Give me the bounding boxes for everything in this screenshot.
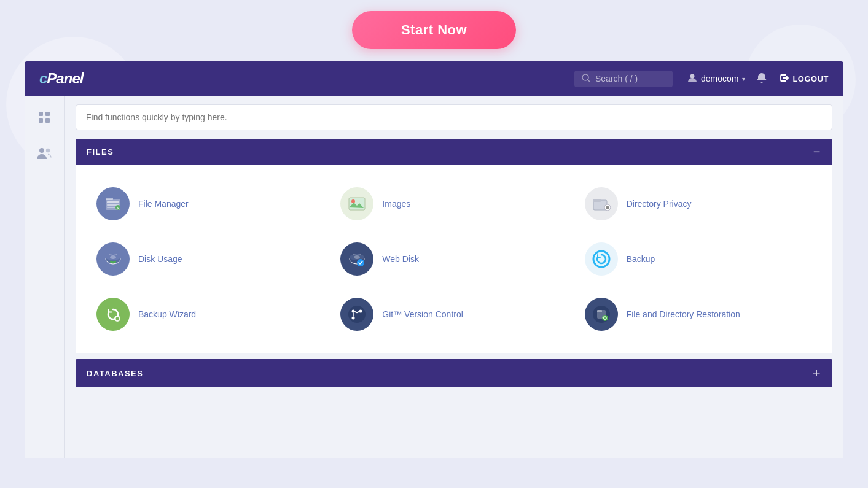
list-item[interactable]: Images <box>332 176 576 231</box>
list-item[interactable]: Directory Privacy <box>576 176 820 231</box>
databases-section-header: DATABASES + <box>76 359 832 387</box>
chevron-down-icon: ▾ <box>742 76 745 82</box>
logout-label: LOGOUT <box>792 74 829 83</box>
directory-privacy-icon <box>585 187 618 220</box>
user-menu[interactable]: democom ▾ <box>687 73 745 85</box>
disk-usage-label: Disk Usage <box>138 254 182 264</box>
svg-point-17 <box>351 199 355 203</box>
svg-point-27 <box>354 255 360 259</box>
list-item[interactable]: Disk Usage <box>88 231 332 287</box>
list-item[interactable]: Backup <box>576 231 820 287</box>
username-label: democom <box>701 74 738 83</box>
svg-rect-10 <box>106 198 113 200</box>
svg-rect-19 <box>593 199 601 202</box>
svg-rect-11 <box>107 201 119 203</box>
list-item[interactable]: Git™ Version Control <box>332 287 576 342</box>
logout-button[interactable]: LOGOUT <box>780 73 829 85</box>
files-section-title: FILES <box>87 147 114 157</box>
sidebar-item-users[interactable] <box>33 142 56 167</box>
backup-wizard-label: Backup Wizard <box>138 309 196 319</box>
file-restore-icon <box>585 298 618 331</box>
svg-point-8 <box>46 149 50 152</box>
logout-icon <box>780 73 789 85</box>
function-search-input[interactable] <box>76 104 832 130</box>
svg-point-2 <box>690 74 694 78</box>
list-item[interactable]: Web Disk <box>332 231 576 287</box>
sidebar-item-grid[interactable] <box>34 107 55 131</box>
cpanel-container: cPanel Search ( / ) democom ▾ <box>25 61 843 458</box>
images-label: Images <box>382 199 410 209</box>
cpanel-logo: cPanel <box>39 70 83 87</box>
user-icon <box>687 73 697 85</box>
svg-point-35 <box>359 310 362 313</box>
databases-section-toggle[interactable]: + <box>813 365 821 381</box>
svg-point-7 <box>39 148 44 153</box>
backup-label: Backup <box>627 254 655 264</box>
disk-usage-icon <box>96 242 130 276</box>
top-cta-area: Start Now <box>0 0 868 61</box>
svg-rect-5 <box>39 118 43 123</box>
header-search-bar[interactable]: Search ( / ) <box>574 71 673 87</box>
svg-point-29 <box>593 251 609 267</box>
web-disk-icon <box>340 242 373 276</box>
list-item[interactable]: Backup Wizard <box>88 287 332 342</box>
list-item[interactable]: File and Directory Restoration <box>576 287 820 342</box>
svg-line-1 <box>588 80 590 82</box>
backup-wizard-icon <box>96 298 130 331</box>
sidebar <box>25 96 65 458</box>
start-now-button[interactable]: Start Now <box>352 11 516 49</box>
svg-point-21 <box>606 206 609 209</box>
files-section-header: FILES − <box>76 139 832 165</box>
svg-point-36 <box>352 317 355 320</box>
search-placeholder-text: Search ( / ) <box>595 74 638 83</box>
directory-privacy-label: Directory Privacy <box>627 199 692 209</box>
file-restore-label: File and Directory Restoration <box>627 309 740 319</box>
svg-rect-6 <box>45 118 50 123</box>
cpanel-header: cPanel Search ( / ) democom ▾ <box>25 61 843 96</box>
git-label: Git™ Version Control <box>382 309 463 319</box>
svg-rect-3 <box>39 112 43 116</box>
main-content: FILES − <box>65 96 843 458</box>
file-manager-icon: $ <box>96 187 130 220</box>
svg-rect-39 <box>597 310 602 312</box>
svg-point-33 <box>348 306 366 323</box>
backup-icon <box>585 242 618 276</box>
git-icon <box>340 298 373 331</box>
svg-point-24 <box>110 255 116 259</box>
list-item[interactable]: $ File Manager <box>88 176 332 231</box>
svg-rect-16 <box>349 198 365 210</box>
svg-rect-4 <box>45 112 50 116</box>
notifications-bell[interactable] <box>756 72 767 86</box>
svg-rect-13 <box>107 207 115 208</box>
images-icon <box>340 187 373 220</box>
files-section-content: $ File Manager <box>76 165 832 353</box>
databases-section-title: DATABASES <box>87 369 143 378</box>
search-icon <box>582 74 590 84</box>
web-disk-label: Web Disk <box>382 254 419 264</box>
files-items-grid: $ File Manager <box>88 176 820 342</box>
files-section-toggle[interactable]: − <box>813 145 821 159</box>
svg-point-34 <box>352 310 355 313</box>
content-wrapper: FILES − <box>25 96 843 458</box>
file-manager-label: File Manager <box>138 199 189 209</box>
svg-point-32 <box>116 317 119 320</box>
